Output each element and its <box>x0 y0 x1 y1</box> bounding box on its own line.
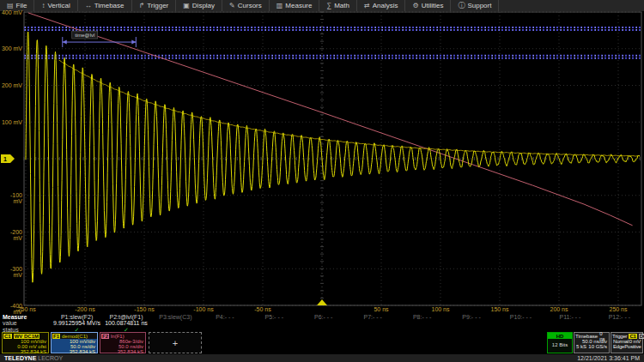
add-trace-button[interactable]: + <box>149 332 202 353</box>
f1-id-label: F1 <box>52 334 60 339</box>
y-tick-label: 200 mV <box>0 82 22 88</box>
hd-mode-box[interactable]: HD 12 Bits <box>547 332 573 353</box>
trigger-source: C1 <box>629 334 636 339</box>
math-icon: ∑ <box>326 2 331 9</box>
c1-waveform-trace <box>26 32 640 282</box>
analysis-icon: ⇄ <box>364 2 370 9</box>
menu-item-analysis[interactable]: ⇄Analysis <box>357 0 406 11</box>
measure-table: MeasureP1:slew(F2)P2:t@lvl(F1)P3:slew(C3… <box>0 314 644 333</box>
datetime-label: 12/21/2021 3:36:41 PM <box>577 355 640 361</box>
x-tick-label: -250 ns <box>15 306 35 312</box>
support-icon: ⓘ <box>458 1 465 10</box>
x-tick-label: -50 ns <box>254 306 270 312</box>
timebase-samplerate: 10 GS/s <box>588 344 607 349</box>
measure-row-label: value <box>0 320 52 326</box>
vertical-icon: ↕ <box>41 2 45 9</box>
channel1-marker-label: 1 <box>3 156 7 162</box>
menu-item-timebase[interactable]: ↔Timebase <box>78 0 132 11</box>
channel-descriptor-c1[interactable]: C1 WV DC1M 100 mV/div 0.00 mV ofst 352.8… <box>2 332 49 353</box>
measure-param-header-p7[interactable]: P7:- - - <box>348 314 397 320</box>
arrow-left-icon <box>63 40 67 45</box>
x-tick-label: 250 ns <box>609 306 627 312</box>
measure-param-value-p6 <box>299 320 348 326</box>
x-tick-label: 50 ns <box>374 306 388 312</box>
measure-row-value: value9.99125954 MV/s100.0874811 ns <box>0 320 644 326</box>
x-tick-label: -100 ns <box>193 306 213 312</box>
trigger-type: Edge <box>613 344 624 349</box>
cursors-icon: ✎ <box>229 2 235 9</box>
measure-param-value-p12 <box>595 320 644 326</box>
y-tick-label: 100 mV <box>0 119 22 125</box>
annotation-label: time@lvl <box>75 33 94 38</box>
measure-param-header-p3[interactable]: P3:slew(C3) <box>151 314 200 320</box>
trigger-time-marker[interactable] <box>317 299 327 305</box>
x-tick-label: 150 ns <box>490 306 508 312</box>
timebase-memory: 5 kS <box>576 344 586 349</box>
brand-light: LECROY <box>38 355 63 361</box>
brand-bold: TELEDYNE <box>4 355 36 361</box>
y-tick-label: 300 mV <box>0 45 22 51</box>
measure-param-header-p2[interactable]: P2:t@lvl(F1) <box>101 314 150 320</box>
f2-id-label: F2 <box>101 334 109 339</box>
hd-bits: 12 Bits <box>548 342 572 347</box>
measure-param-header-p9[interactable]: P9:- - - <box>447 314 495 320</box>
measure-param-value-p2: 100.0874811 ns <box>101 320 150 326</box>
brand-logo: TELEDYNE LECROY <box>4 355 63 361</box>
y-tick-label: -100 mV <box>0 192 22 204</box>
menu-item-label: Utilities <box>422 2 444 9</box>
measure-param-header-p12[interactable]: P12:- - - <box>595 314 644 320</box>
measure-param-value-p1: 9.99125954 MV/s <box>52 320 101 326</box>
menu-item-vertical[interactable]: ↕Vertical <box>34 0 77 11</box>
menu-item-label: Timebase <box>94 2 125 9</box>
trigger-title: Trigger <box>612 334 627 339</box>
x-tick-label: 200 ns <box>550 306 568 312</box>
measure-param-header-p5[interactable]: P5:- - - <box>250 314 299 320</box>
measure-param-value-p9 <box>447 320 495 326</box>
measure-param-status-p5 <box>250 327 299 333</box>
measure-param-header-p11[interactable]: P11:- - - <box>545 314 594 320</box>
f2-ln-trace <box>28 13 633 226</box>
coupling-tag: WV DC1M <box>14 334 39 339</box>
measure-param-status-p7 <box>348 327 397 333</box>
measure-param-status-p9 <box>447 327 495 333</box>
trigger-descriptor[interactable]: Trigger C1 DC Normal 0 mV Edge Positive <box>611 332 643 353</box>
math-descriptor-f1[interactable]: F1 demod(C1) 100 mV/div 50.0 ns/div 352.… <box>51 332 98 353</box>
menu-item-label: Measure <box>285 2 312 9</box>
timebase-title: Timebase <box>575 334 598 339</box>
waveform-grid: time@lvl1 <box>0 11 644 307</box>
measure-param-value-p4 <box>200 320 249 326</box>
measure-param-header-p4[interactable]: P4:- - - <box>200 314 249 320</box>
plus-icon: + <box>173 341 178 346</box>
trigger-icon: ↱ <box>139 2 145 9</box>
menu-item-display[interactable]: ▣Display <box>176 0 222 11</box>
utilities-icon: ⚙ <box>412 2 418 9</box>
menu-item-label: Math <box>334 2 349 9</box>
math-descriptor-f2[interactable]: F2 ln(F1) 860e-3/div 50.0 ns/div 352.834… <box>100 332 146 353</box>
menu-item-label: Analysis <box>373 2 398 9</box>
measure-param-status-p8 <box>398 327 447 333</box>
menu-item-cursors[interactable]: ✎Cursors <box>222 0 270 11</box>
menu-item-label: Display <box>192 2 215 9</box>
trigger-slope: Positive <box>624 344 641 349</box>
measure-param-status-p10 <box>496 327 545 333</box>
timebase-descriptor[interactable]: Timebase 0 ns 50.0 ns/div 5 kS 10 GS/s <box>574 332 610 353</box>
menu-item-utilities[interactable]: ⚙Utilities <box>405 0 451 11</box>
menu-item-math[interactable]: ∑Math <box>319 0 357 11</box>
hd-label: HD <box>556 334 564 339</box>
measure-param-header-p8[interactable]: P8:- - - <box>398 314 447 320</box>
x-tick-label: 100 ns <box>431 306 449 312</box>
measure-param-header-p1[interactable]: P1:slew(F2) <box>52 314 101 320</box>
menu-item-label: Vertical <box>47 2 70 9</box>
measure-row-label: Measure <box>0 314 52 320</box>
menu-item-trigger[interactable]: ↱Trigger <box>132 0 177 11</box>
menu-item-label: Cursors <box>238 2 262 9</box>
trigger-coupling: DC <box>639 334 644 339</box>
measure-param-header-p10[interactable]: P10:- - - <box>496 314 545 320</box>
menu-item-label: Support <box>467 2 491 9</box>
menu-item-measure[interactable]: ▥Measure <box>270 0 320 11</box>
arrow-right-icon <box>131 40 136 45</box>
measure-param-value-p10 <box>496 320 545 326</box>
menu-item-support[interactable]: ⓘSupport <box>451 0 499 11</box>
measure-param-status-p4 <box>200 327 249 333</box>
measure-param-header-p6[interactable]: P6:- - - <box>299 314 348 320</box>
